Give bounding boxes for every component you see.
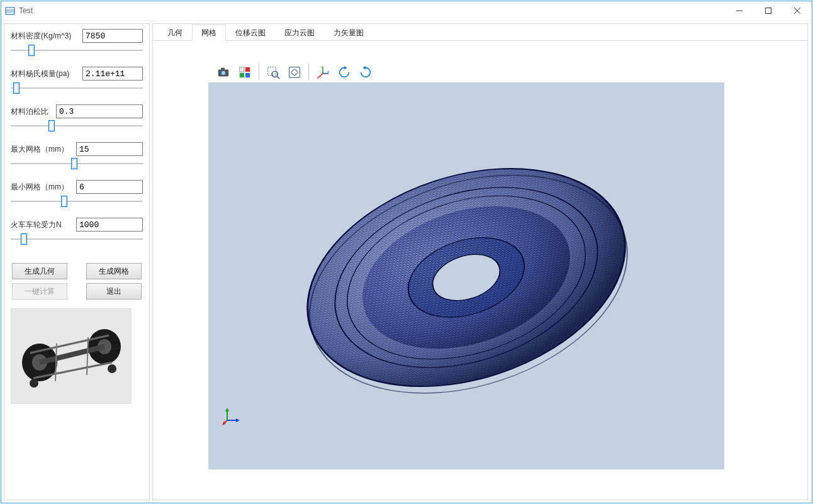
param-young-modulus: 材料杨氏模量(pa)	[11, 67, 143, 94]
svg-marker-58	[236, 418, 240, 422]
axis-triad-icon	[222, 406, 241, 425]
param-label: 材料泊松比	[11, 106, 53, 117]
svg-point-17	[30, 379, 38, 388]
poisson-input[interactable]	[56, 104, 143, 118]
app-icon	[5, 6, 15, 16]
maximize-button[interactable]	[754, 1, 783, 20]
rotate-right-icon[interactable]	[357, 64, 374, 81]
minimize-button[interactable]	[725, 1, 754, 20]
generate-mesh-button[interactable]: 生成网格	[86, 263, 142, 279]
svg-rect-29	[245, 73, 250, 77]
svg-rect-24	[243, 69, 244, 70]
svg-rect-25	[241, 70, 242, 72]
svg-text:y: y	[327, 69, 329, 73]
tabs: 几何 网格 位移云图 应力云图 力矢量图	[153, 24, 807, 41]
zoom-area-icon[interactable]	[264, 64, 282, 81]
exit-button[interactable]: 退出	[86, 283, 142, 300]
param-poisson: 材料泊松比	[11, 104, 143, 132]
tab-geometry[interactable]: 几何	[158, 25, 192, 41]
main-panel: 几何 网格 位移云图 应力云图 力矢量图	[152, 23, 808, 500]
sidebar: 材料密度(Kg/m^3) 材料杨氏模量(pa)	[4, 23, 150, 500]
svg-line-36	[318, 74, 323, 77]
young-slider[interactable]	[11, 87, 143, 89]
param-min-mesh: 最小网格（mm）	[11, 180, 143, 208]
force-input[interactable]	[76, 218, 143, 232]
svg-rect-4	[766, 8, 771, 14]
viewer[interactable]: z y x	[208, 57, 724, 469]
param-label: 最小网格（mm）	[11, 182, 74, 193]
fit-view-icon[interactable]	[286, 64, 303, 81]
window-title: Test	[19, 6, 33, 15]
poisson-slider[interactable]	[11, 125, 143, 127]
max-mesh-slider[interactable]	[11, 162, 143, 165]
max-mesh-input[interactable]	[76, 142, 143, 156]
force-slider[interactable]	[11, 238, 143, 240]
min-mesh-input[interactable]	[76, 180, 143, 194]
svg-marker-40	[344, 66, 347, 70]
tab-displacement[interactable]: 位移云图	[226, 25, 275, 41]
density-slider[interactable]	[11, 49, 143, 52]
xyz-axes-icon[interactable]: z y x	[314, 64, 332, 81]
svg-marker-41	[362, 66, 366, 70]
rotate-left-icon[interactable]	[335, 64, 353, 81]
svg-rect-23	[241, 69, 242, 70]
svg-point-31	[272, 71, 278, 77]
tab-force-vector[interactable]: 力矢量图	[324, 25, 373, 41]
tab-mesh[interactable]: 网格	[192, 25, 226, 41]
svg-point-18	[108, 364, 116, 373]
viewer-canvas[interactable]	[208, 82, 724, 469]
close-button[interactable]	[783, 1, 812, 20]
param-label: 材料杨氏模量(pa)	[11, 69, 80, 79]
svg-text:z: z	[321, 65, 323, 69]
one-click-compute-button: 一键计算	[12, 283, 67, 300]
svg-point-20	[221, 70, 225, 75]
svg-marker-56	[225, 408, 229, 412]
snapshot-icon[interactable]	[215, 64, 232, 81]
param-label: 最大网格（mm）	[11, 144, 74, 155]
svg-rect-21	[221, 68, 225, 70]
param-density: 材料密度(Kg/m^3)	[11, 29, 143, 57]
param-max-mesh: 最大网格（mm）	[11, 142, 143, 170]
svg-rect-26	[243, 70, 244, 72]
generate-geometry-button[interactable]: 生成几何	[12, 263, 67, 279]
svg-rect-33	[289, 67, 300, 78]
colormap-icon[interactable]	[236, 64, 254, 81]
svg-text:x: x	[317, 76, 319, 79]
tab-stress[interactable]: 应力云图	[275, 25, 324, 41]
min-mesh-slider[interactable]	[11, 200, 143, 203]
svg-rect-27	[245, 67, 250, 72]
titlebar: Test	[1, 1, 812, 21]
svg-rect-0	[6, 8, 14, 14]
param-label: 火车车轮受力N	[11, 220, 74, 230]
viewer-toolbar: z y x	[212, 61, 377, 84]
svg-rect-28	[240, 73, 244, 77]
param-label: 材料密度(Kg/m^3)	[11, 31, 80, 42]
bogie-preview-image	[11, 308, 132, 404]
young-input[interactable]	[82, 67, 143, 81]
param-wheel-force: 火车车轮受力N	[11, 218, 143, 245]
svg-line-32	[277, 76, 279, 79]
density-input[interactable]	[82, 29, 143, 43]
